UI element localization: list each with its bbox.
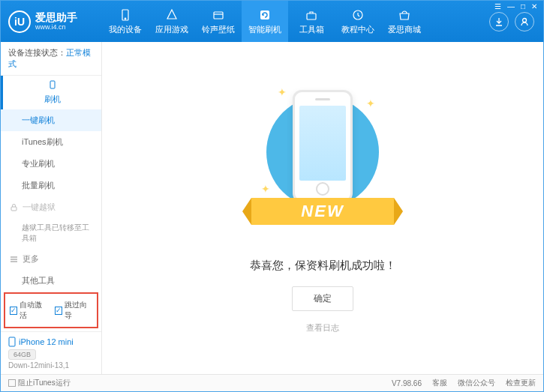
svg-point-7 — [523, 18, 527, 22]
main-nav: 我的设备 应用游戏 铃声壁纸 智能刷机 工具箱 教程中心 爱思商城 — [102, 1, 489, 42]
store-icon — [398, 8, 411, 22]
logo-icon: iU — [8, 10, 31, 33]
app-name: 爱思助手 — [35, 11, 77, 23]
phone-icon — [8, 337, 16, 347]
update-link[interactable]: 检查更新 — [506, 378, 536, 388]
nav-label: 教程中心 — [341, 24, 374, 35]
nav-ringtones[interactable]: 铃声壁纸 — [195, 1, 242, 42]
sidebar-item-oneclick[interactable]: 一键刷机 — [1, 109, 101, 131]
user-button[interactable] — [515, 12, 534, 31]
app-logo: iU 爱思助手 www.i4.cn — [1, 10, 102, 33]
app-header: iU 爱思助手 www.i4.cn 我的设备 应用游戏 铃声壁纸 智能刷机 工具… — [1, 1, 543, 42]
new-ribbon: NEW — [251, 198, 394, 225]
nav-label: 智能刷机 — [248, 24, 281, 35]
options-highlighted-box: ✓自动激活 ✓跳过向导 — [4, 292, 98, 328]
toolbox-icon — [305, 8, 318, 22]
refresh-icon — [258, 8, 272, 22]
nav-store[interactable]: 爱思商城 — [381, 1, 428, 42]
support-link[interactable]: 客服 — [432, 378, 447, 388]
nav-toolbox[interactable]: 工具箱 — [288, 1, 335, 42]
lock-icon — [10, 203, 18, 211]
nav-label: 铃声壁纸 — [202, 24, 235, 35]
sidebar-item-pro[interactable]: 专业刷机 — [1, 153, 101, 175]
status-bar: 阻止iTunes运行 V7.98.66 客服 微信公众号 检查更新 — [1, 374, 543, 391]
sidebar-section-more[interactable]: 更多 — [1, 248, 101, 270]
sidebar-item-itunes[interactable]: iTunes刷机 — [1, 131, 101, 153]
main-content: ✦ ✦ ✦ NEW 恭喜您，保资料刷机成功啦！ 确定 查看日志 — [102, 42, 543, 374]
app-url: www.i4.cn — [35, 23, 77, 31]
window-controls: ☰ — □ ✕ — [493, 2, 539, 10]
storage-badge: 64GB — [8, 349, 36, 360]
svg-rect-13 — [9, 337, 15, 346]
device-model: Down-12mini-13,1 — [8, 361, 94, 370]
menu-icon — [10, 255, 18, 263]
nav-apps[interactable]: 应用游戏 — [149, 1, 195, 42]
minimize-button[interactable]: — — [506, 2, 516, 10]
version-label: V7.98.66 — [392, 379, 422, 388]
checkbox-auto-activate[interactable]: ✓自动激活 — [10, 300, 47, 321]
svg-rect-4 — [260, 10, 269, 19]
close-button[interactable]: ✕ — [530, 2, 539, 10]
nav-label: 我的设备 — [109, 24, 142, 35]
success-message: 恭喜您，保资料刷机成功啦！ — [250, 259, 396, 273]
apps-icon — [165, 8, 179, 22]
download-button[interactable] — [489, 12, 509, 31]
device-status: 设备连接状态：正常模式 — [1, 42, 101, 76]
checkbox-block-itunes[interactable]: 阻止iTunes运行 — [8, 378, 71, 388]
maximize-button[interactable]: □ — [519, 2, 527, 10]
svg-rect-2 — [214, 12, 223, 19]
svg-point-1 — [125, 18, 126, 19]
book-icon — [351, 8, 365, 22]
sidebar-item-batch[interactable]: 批量刷机 — [1, 175, 101, 196]
svg-rect-8 — [50, 81, 55, 88]
nav-tutorials[interactable]: 教程中心 — [335, 1, 381, 42]
phone-icon — [119, 8, 132, 22]
settings-icon[interactable]: ☰ — [493, 2, 503, 10]
svg-rect-9 — [11, 207, 17, 211]
sidebar-section-jailbreak: 一键越狱 — [1, 196, 101, 218]
nav-label: 工具箱 — [299, 24, 324, 35]
card-icon — [212, 8, 225, 22]
jailbreak-moved-note: 越狱工具已转移至工具箱 — [1, 218, 101, 248]
wechat-link[interactable]: 微信公众号 — [458, 378, 495, 388]
svg-rect-5 — [307, 13, 316, 19]
nav-my-device[interactable]: 我的设备 — [102, 1, 149, 42]
nav-label: 爱思商城 — [388, 24, 421, 35]
ok-button[interactable]: 确定 — [292, 286, 353, 311]
sidebar-section-flash[interactable]: 刷机 — [1, 76, 101, 109]
sidebar: 设备连接状态：正常模式 刷机 一键刷机 iTunes刷机 专业刷机 批量刷机 一… — [1, 42, 102, 374]
connected-device[interactable]: iPhone 12 mini 64GB Down-12mini-13,1 — [1, 331, 101, 374]
nav-label: 应用游戏 — [155, 24, 188, 35]
success-illustration: ✦ ✦ ✦ NEW — [255, 82, 390, 247]
nav-flash[interactable]: 智能刷机 — [242, 1, 288, 42]
view-log-link[interactable]: 查看日志 — [306, 322, 339, 334]
phone-icon — [48, 80, 57, 89]
checkbox-skip-guide[interactable]: ✓跳过向导 — [55, 300, 92, 321]
sidebar-item-other[interactable]: 其他工具 — [1, 270, 101, 289]
